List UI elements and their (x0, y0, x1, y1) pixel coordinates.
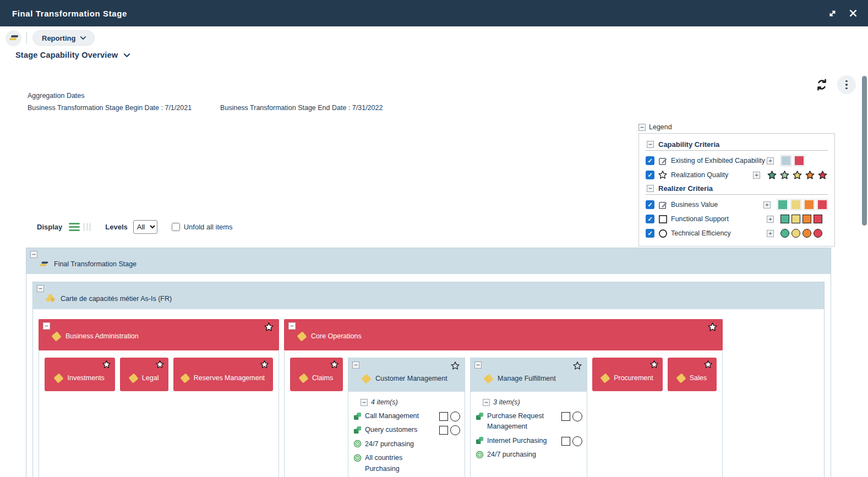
capability-item[interactable]: Query customers (353, 425, 460, 435)
capability-header[interactable]: − Business Administration (39, 319, 279, 350)
item-label: Internet Purchasing (487, 436, 547, 446)
report-title: Stage Capability Overview (15, 51, 118, 59)
map-root-container: − Final Transformation Stage − Carte de … (26, 248, 831, 477)
legend-checkbox[interactable]: ✓ (646, 171, 654, 179)
map-root-title: Final Transformation Stage (54, 260, 137, 268)
unfold-all-control[interactable]: Unfold all items (172, 223, 233, 231)
levels-select[interactable]: All (133, 220, 157, 234)
expand-icon[interactable] (826, 7, 838, 19)
application-component-icon (353, 425, 362, 434)
target-icon (353, 453, 362, 462)
capability-group-business-administration: − Business Administration (39, 319, 279, 477)
columns-view-icon[interactable] (83, 223, 91, 231)
capability-box-claims[interactable]: Claims (290, 358, 343, 391)
legend-panel: −Capability Criteria✓Existing of Exhibit… (638, 133, 835, 246)
capability-title: Reserves Management (194, 374, 265, 382)
legend-row-label: Business Value (671, 201, 760, 209)
legend: − Legend −Capability Criteria✓Existing o… (638, 123, 835, 246)
section-collapse-toggle[interactable]: − (647, 185, 654, 192)
collapse-toggle[interactable]: − (288, 322, 296, 330)
legend-section-title: Realizer Criteria (658, 184, 713, 193)
item-label: All countries Purchasing (365, 453, 438, 474)
expand-toggle[interactable]: + (767, 230, 774, 237)
capability-item[interactable]: Internet Purchasing (475, 436, 582, 446)
unfold-all-checkbox[interactable] (172, 223, 180, 231)
context-dropdown[interactable]: Reporting (32, 30, 95, 46)
color-swatch (803, 215, 811, 223)
legend-checkbox[interactable]: ✓ (646, 215, 654, 223)
capability-panel-customer-management: − Customer Management (348, 358, 465, 477)
capability-title: Customer Management (375, 375, 447, 382)
more-options-icon[interactable] (837, 75, 856, 94)
collapse-toggle[interactable]: − (30, 251, 37, 258)
submap-title: Carte de capacités métier As-Is (FR) (61, 295, 172, 303)
legend-row-label: Technical Efficiency (671, 229, 763, 237)
report-selector[interactable]: Stage Capability Overview (15, 51, 130, 59)
expand-toggle[interactable]: + (767, 216, 774, 223)
capability-box-legal[interactable]: Legal (120, 358, 168, 391)
refresh-icon[interactable] (815, 78, 828, 91)
expand-toggle[interactable]: + (767, 157, 774, 165)
aggregation-dates: Aggregation Dates Business Transformatio… (28, 92, 383, 112)
expand-toggle[interactable]: + (753, 172, 760, 179)
collapse-toggle[interactable]: − (37, 285, 44, 292)
list-view-icon[interactable] (69, 223, 80, 231)
legend-checkbox[interactable]: ✓ (646, 156, 654, 165)
vertical-scrollbar[interactable] (861, 66, 867, 477)
close-icon[interactable] (847, 7, 859, 19)
capability-item[interactable]: 24/7 purchasing (353, 439, 460, 449)
stage-home-button[interactable] (6, 30, 21, 46)
items-collapse-toggle[interactable]: − (361, 399, 368, 406)
legend-checkbox[interactable]: ✓ (646, 229, 654, 238)
capability-icon (180, 373, 190, 383)
capability-icon (361, 374, 371, 383)
submap-header[interactable]: − Carte de capacités métier As-Is (FR) (33, 282, 824, 309)
capability-header[interactable]: − Customer Management (348, 358, 465, 392)
star-icon (658, 170, 668, 180)
capability-header[interactable]: − Core Operations (284, 319, 723, 350)
square-icon (658, 214, 668, 224)
star-icon (703, 360, 713, 371)
capability-item[interactable]: Call Management (353, 411, 460, 421)
capability-box-sales[interactable]: Sales (668, 358, 717, 391)
edit-icon (658, 156, 668, 166)
capability-title: Procurement (614, 374, 653, 382)
star-icon (649, 360, 659, 371)
divider (26, 32, 27, 44)
color-swatch (782, 156, 790, 165)
capability-box-investments[interactable]: Investments (45, 358, 115, 391)
functional-support-indicator (439, 412, 448, 421)
legend-collapse-toggle[interactable]: − (638, 124, 646, 131)
collapse-toggle[interactable]: − (43, 322, 50, 330)
expand-toggle[interactable]: + (763, 201, 771, 209)
capability-header[interactable]: − Manage Fulfillment (471, 358, 587, 392)
capability-item[interactable]: 24/7 purchasing (475, 449, 582, 460)
collapse-toggle[interactable]: − (474, 361, 482, 369)
capability-box-procurement[interactable]: Procurement (592, 358, 663, 391)
items-collapse-toggle[interactable]: − (483, 399, 490, 406)
capability-title: Claims (312, 374, 333, 382)
legend-title: Legend (649, 123, 672, 131)
capability-title: Investments (67, 374, 104, 382)
target-icon (475, 449, 484, 458)
application-component-icon (475, 436, 484, 445)
map-root-header[interactable]: − Final Transformation Stage (26, 248, 831, 274)
capability-box-reserves-management[interactable]: Reserves Management (173, 358, 273, 391)
item-label: 24/7 purchasing (365, 439, 414, 449)
capability-icon (483, 374, 493, 383)
submap-container: − Carte de capacités métier As-Is (FR) − (32, 282, 825, 477)
legend-checkbox[interactable]: ✓ (646, 200, 654, 209)
legend-row: ✓Technical Efficiency+ (646, 226, 828, 240)
section-collapse-toggle[interactable]: − (647, 141, 654, 148)
capability-item[interactable]: All countries Purchasing (353, 453, 460, 474)
legend-swatches (777, 200, 828, 209)
capability-icon (51, 331, 61, 341)
legend-row: ✓Realization Quality+ (646, 168, 828, 182)
legend-row: ✓Functional Support+ (646, 212, 828, 226)
capability-icon (54, 373, 64, 383)
capability-item[interactable]: Purchase Request Management (475, 411, 582, 432)
scrollbar-thumb[interactable] (862, 76, 867, 226)
color-swatch (778, 200, 787, 209)
star-icon (330, 360, 339, 371)
collapse-toggle[interactable]: − (352, 361, 359, 369)
